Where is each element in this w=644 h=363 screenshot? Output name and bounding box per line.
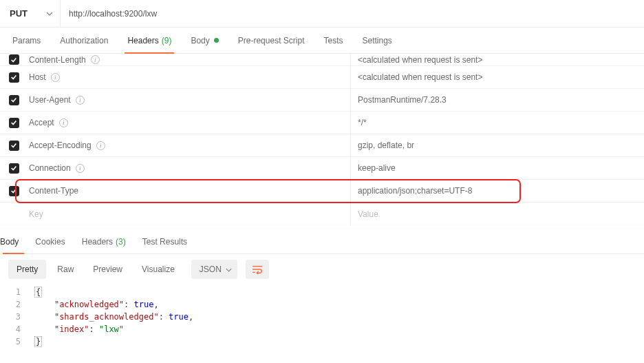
url-text: http://localhost:9200/lxw	[69, 9, 157, 19]
request-tabs: Params Authorization Headers (9) Body Pr…	[0, 28, 644, 54]
resp-tab-test-results[interactable]: Test Results	[134, 229, 195, 253]
info-icon: i	[59, 118, 68, 127]
header-key: Host	[29, 72, 46, 82]
brace: {	[34, 287, 42, 298]
header-row[interactable]: Accepti */*	[0, 112, 644, 134]
header-key-placeholder: Key	[29, 209, 43, 219]
header-value-placeholder: Value	[358, 209, 378, 219]
info-icon: i	[76, 164, 85, 173]
format-label: JSON	[200, 265, 222, 274]
header-value: <calculated when request is sent>	[358, 72, 482, 82]
header-value: gzip, deflate, br	[358, 141, 414, 150]
resp-headers-count: (3)	[116, 237, 126, 247]
body-dot-indicator	[214, 38, 219, 43]
url-input[interactable]: http://localhost:9200/lxw	[61, 9, 644, 19]
json-key: "acknowledged"	[54, 300, 124, 309]
brace: }	[34, 336, 42, 347]
header-row[interactable]: Connectioni keep-alive	[0, 157, 644, 180]
view-raw[interactable]: Raw	[49, 260, 82, 279]
tab-body[interactable]: Body	[181, 28, 228, 53]
header-key: Accept-Encoding	[29, 141, 92, 150]
checkbox-icon[interactable]	[9, 163, 19, 174]
line-number: 5	[0, 337, 30, 346]
line-number: 2	[0, 300, 30, 309]
chevron-down-icon	[226, 265, 232, 274]
header-row[interactable]: User-Agenti PostmanRuntime/7.28.3	[0, 89, 644, 112]
header-value: <calculated when request is sent>	[358, 55, 482, 65]
method-label: PUT	[10, 8, 28, 19]
response-view-bar: Pretty Raw Preview Visualize JSON	[0, 254, 644, 284]
checkbox-icon[interactable]	[9, 54, 19, 65]
checkbox-icon[interactable]	[9, 95, 19, 105]
request-url-bar: PUT http://localhost:9200/lxw	[0, 0, 644, 28]
headers-table: Content-Length i <calculated when reques…	[0, 54, 644, 225]
tab-authorization[interactable]: Authorization	[50, 28, 118, 53]
info-icon: i	[96, 141, 105, 150]
info-icon: i	[51, 73, 60, 82]
info-icon: i	[91, 55, 100, 64]
resp-tab-cookies[interactable]: Cookies	[27, 229, 73, 253]
view-visualize[interactable]: Visualize	[133, 260, 183, 279]
header-row-placeholder[interactable]: Key Value	[0, 203, 644, 225]
resp-tab-body[interactable]: Body	[0, 229, 27, 253]
header-value: PostmanRuntime/7.28.3	[358, 95, 447, 105]
info-icon: i	[76, 96, 85, 105]
json-key: "index"	[54, 324, 89, 334]
header-key: Content-Type	[29, 186, 78, 196]
checkbox-icon[interactable]	[9, 186, 19, 196]
tab-params[interactable]: Params	[3, 28, 50, 53]
response-tabs: Body Cookies Headers (3) Test Results	[0, 229, 644, 254]
format-select[interactable]: JSON	[191, 260, 237, 279]
tab-tests[interactable]: Tests	[314, 28, 352, 53]
tab-settings[interactable]: Settings	[353, 28, 402, 53]
checkbox-icon[interactable]	[9, 118, 19, 128]
tab-pre-request[interactable]: Pre-request Script	[228, 28, 314, 53]
chevron-down-icon	[46, 10, 53, 17]
json-key: "shards_acknowledged"	[54, 312, 159, 322]
json-value: true	[134, 300, 154, 309]
view-pretty[interactable]: Pretty	[8, 260, 46, 279]
view-preview[interactable]: Preview	[85, 260, 131, 279]
header-value: */*	[358, 118, 367, 127]
wrap-lines-button[interactable]	[246, 260, 269, 279]
json-value: true	[169, 312, 189, 322]
header-key: Accept	[29, 118, 54, 127]
header-key: Content-Length	[29, 55, 86, 65]
json-value: "lxw"	[99, 324, 124, 334]
response-section: Body Cookies Headers (3) Test Results Pr…	[0, 225, 644, 356]
line-number: 4	[0, 324, 30, 334]
line-number: 3	[0, 312, 30, 322]
header-value: keep-alive	[358, 163, 396, 173]
checkbox-icon[interactable]	[9, 72, 19, 83]
tab-headers[interactable]: Headers (9)	[118, 28, 181, 53]
headers-count: (9)	[162, 36, 172, 45]
header-key: Connection	[29, 163, 71, 173]
response-body[interactable]: 1 { 2 "acknowledged": true, 3 "shards_ac…	[0, 284, 644, 356]
line-number: 1	[0, 287, 30, 297]
header-row[interactable]: Content-Type application/json;charset=UT…	[0, 180, 644, 203]
header-row[interactable]: Accept-Encodingi gzip, deflate, br	[0, 134, 644, 157]
header-key: User-Agent	[29, 95, 71, 105]
method-select[interactable]: PUT	[0, 0, 61, 27]
header-row[interactable]: Content-Length i <calculated when reques…	[0, 54, 644, 66]
header-row[interactable]: Hosti <calculated when request is sent>	[0, 66, 644, 89]
resp-tab-headers[interactable]: Headers (3)	[74, 229, 134, 253]
header-value: application/json;charset=UTF-8	[358, 186, 472, 196]
checkbox-icon[interactable]	[9, 141, 19, 151]
